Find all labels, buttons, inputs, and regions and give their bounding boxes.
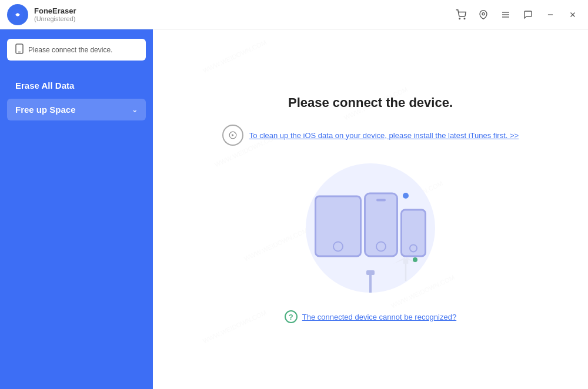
content-inner: Please connect the device. To clean up t… [153,83,588,335]
svg-rect-15 [403,259,408,264]
sidebar-item-erase-all-data[interactable]: Erase All Data [7,75,146,96]
tablet-device-icon [315,196,362,257]
app-branding: FoneEraser (Unregistered) [7,4,76,25]
sidebar-item-free-up-space[interactable]: Free up Space ⌄ [7,99,146,120]
chat-icon[interactable] [520,6,536,23]
hamburger-menu-icon[interactable] [497,6,514,23]
sidebar: Please connect the device. Erase All Dat… [0,29,153,389]
windmill-decoration [382,222,429,281]
itunes-install-link[interactable]: To clean up the iOS data on your device,… [249,131,519,140]
cart-icon[interactable] [453,6,469,23]
usb-line [369,275,372,293]
device-not-recognized-section: ? The connected device cannot be recogni… [285,310,456,323]
device-illustration [276,163,465,293]
app-name: FoneEraser [34,6,76,15]
connect-device-button[interactable]: Please connect the device. [7,39,146,61]
svg-point-1 [16,13,19,16]
app-logo [7,4,28,25]
device-not-recognized-link[interactable]: The connected device cannot be recognize… [302,313,456,321]
title-bar-controls [453,6,581,23]
free-up-space-label: Free up Space [15,105,76,115]
title-bar: FoneEraser (Unregistered) [0,0,588,29]
close-button[interactable] [564,6,581,23]
question-icon: ? [285,310,298,323]
minimize-button[interactable] [542,6,559,23]
connect-device-label: Please connect the device. [28,46,112,54]
content-area: WWW.WEIDOWN.COM WWW.WEIDOWN.COM WWW.WEID… [153,29,588,389]
page-title: Please connect the device. [288,95,453,110]
phone-icon [15,43,24,56]
svg-point-4 [482,12,485,15]
sidebar-menu: Erase All Data Free up Space ⌄ [7,75,146,120]
usb-cable-icon [366,270,375,293]
svg-point-3 [464,18,465,19]
pin-icon[interactable] [475,6,492,23]
erase-all-data-label: Erase All Data [15,81,74,90]
music-icon [222,125,243,146]
main-layout: Please connect the device. Erase All Dat… [0,29,588,389]
app-registration-status: (Unregistered) [34,15,76,22]
svg-point-2 [459,18,460,19]
itunes-notice: To clean up the iOS data on your device,… [222,125,519,146]
chevron-down-icon: ⌄ [132,106,138,114]
usb-connector [366,270,375,275]
app-title-group: FoneEraser (Unregistered) [34,6,76,22]
